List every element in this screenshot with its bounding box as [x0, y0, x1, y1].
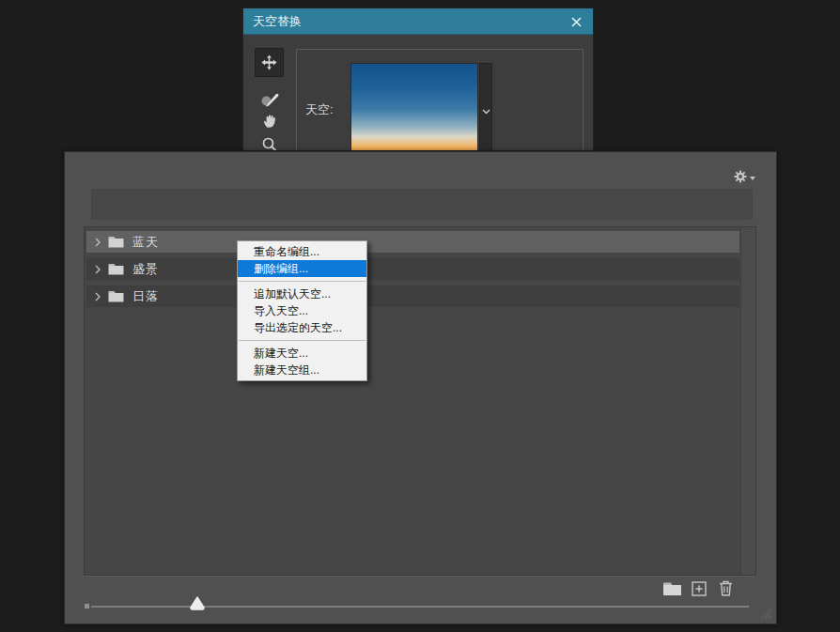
folder-icon: [108, 290, 124, 302]
sky-label: 天空:: [305, 101, 334, 118]
move-tool-button[interactable]: [255, 48, 284, 77]
sky-replacement-dialog: 天空替换: [242, 8, 594, 151]
sky-dropdown-button[interactable]: [479, 63, 492, 151]
group-label: 日落: [132, 288, 159, 305]
group-label: 盛景: [132, 261, 159, 278]
dialog-title: 天空替换: [253, 13, 302, 30]
new-group-folder-icon[interactable]: [662, 580, 682, 596]
menu-item-4[interactable]: 导入天空...: [238, 302, 366, 319]
menu-item-1[interactable]: 删除编组...: [238, 260, 366, 277]
menu-item-3[interactable]: 追加默认天空...: [238, 285, 366, 302]
chevron-down-icon: [482, 109, 490, 115]
gear-caret-icon: [750, 177, 755, 180]
menu-item-0[interactable]: 重命名编组...: [238, 243, 366, 260]
resize-grip-icon[interactable]: [756, 604, 772, 620]
new-sky-plus-icon[interactable]: [692, 581, 707, 596]
dialog-titlebar[interactable]: 天空替换: [243, 8, 593, 35]
menu-item-8[interactable]: 新建天空组...: [238, 362, 366, 378]
slider-track-start: [85, 604, 89, 609]
move-icon: [260, 54, 278, 71]
dialog-tool-column: [243, 35, 296, 150]
zoom-icon: [261, 136, 278, 152]
scrollbar-track[interactable]: [740, 227, 755, 575]
menu-separator: [239, 340, 366, 341]
chevron-right-icon[interactable]: [95, 265, 102, 274]
group-row-2[interactable]: 日落: [86, 285, 739, 307]
chevron-right-icon[interactable]: [95, 238, 102, 247]
group-row-0[interactable]: 蓝天: [86, 231, 739, 253]
menu-separator: [239, 281, 366, 282]
chevron-right-icon[interactable]: [95, 292, 102, 301]
group-context-menu: 重命名编组...删除编组...追加默认天空...导入天空...导出选定的天空..…: [237, 240, 367, 381]
folder-icon: [108, 236, 124, 248]
sky-group-list: 蓝天盛景日落: [84, 226, 756, 576]
menu-item-7[interactable]: 新建天空...: [238, 345, 366, 362]
zoom-tool-button[interactable]: [255, 130, 284, 151]
group-label: 蓝天: [132, 234, 159, 251]
hand-icon: [261, 112, 278, 129]
close-icon[interactable]: [568, 14, 584, 29]
group-row-1[interactable]: 盛景: [86, 258, 739, 280]
delete-sky-trash-icon[interactable]: [718, 579, 734, 597]
folder-icon: [108, 263, 124, 275]
sky-thumbnail[interactable]: [350, 63, 478, 151]
gear-icon: [734, 170, 747, 183]
panel-menu-button[interactable]: [734, 169, 756, 184]
panel-top-strip: [91, 189, 753, 220]
sky-preset-panel: 蓝天盛景日落: [64, 151, 777, 624]
menu-item-5[interactable]: 导出选定的天空...: [238, 319, 366, 336]
screen: 天空替换: [0, 0, 840, 632]
thumbnail-zoom-slider-thumb[interactable]: [189, 595, 206, 610]
